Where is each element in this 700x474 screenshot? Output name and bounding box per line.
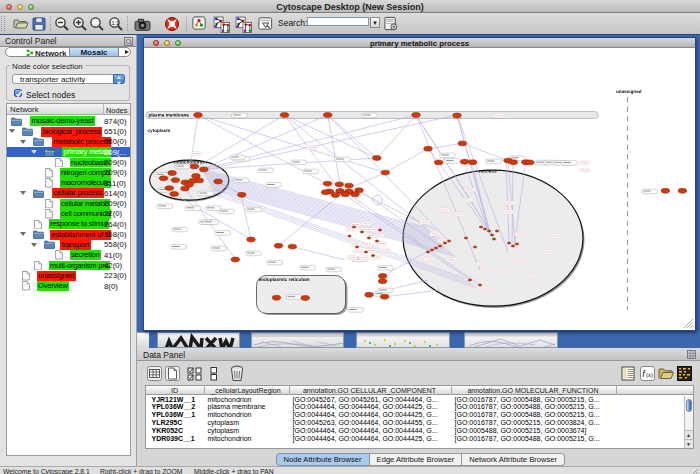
svg-text:(x): (x) <box>646 372 653 378</box>
